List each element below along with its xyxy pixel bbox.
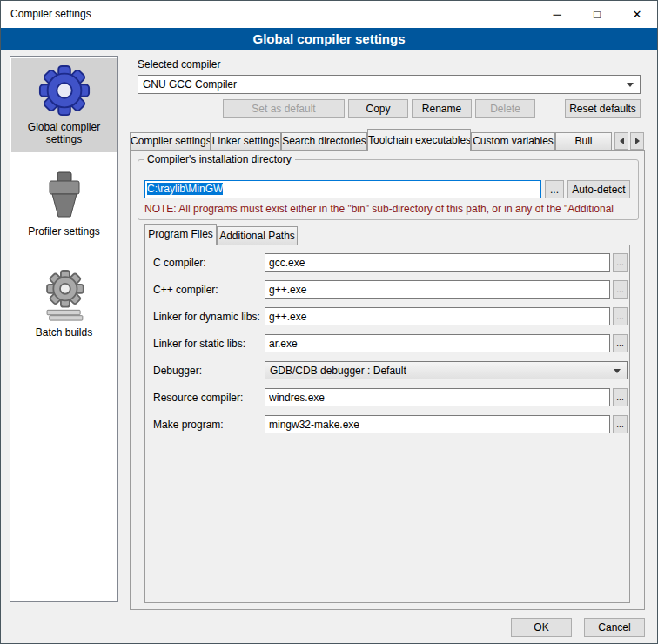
- cpp-compiler-input[interactable]: [265, 280, 610, 299]
- chevron-down-icon: [614, 369, 621, 373]
- cpp-compiler-label: C++ compiler:: [153, 284, 218, 296]
- dynamic-linker-label: Linker for dynamic libs:: [153, 311, 260, 323]
- profiler-tool-icon: [13, 170, 115, 222]
- arrow-right-icon: [635, 138, 640, 144]
- subtab-additional-paths[interactable]: Additional Paths: [217, 226, 298, 245]
- sidebar-item-global-compiler-settings[interactable]: Global compiler settings: [11, 58, 117, 152]
- dynamic-linker-input[interactable]: [265, 307, 610, 325]
- tab-search-directories[interactable]: Search directories: [281, 132, 367, 150]
- close-button[interactable]: ✕: [617, 1, 657, 28]
- selected-compiler-label: Selected compiler: [138, 58, 220, 70]
- selected-compiler-select[interactable]: GNU GCC Compiler: [138, 75, 641, 94]
- installation-directory-input[interactable]: C:\raylib\MinGW: [144, 180, 541, 198]
- installation-directory-value: C:\raylib\MinGW: [147, 183, 223, 195]
- reset-defaults-button[interactable]: Reset defaults: [565, 99, 641, 118]
- debugger-select[interactable]: GDB/CDB debugger : Default: [265, 361, 628, 379]
- subtab-program-files[interactable]: Program Files: [144, 224, 217, 245]
- c-compiler-input[interactable]: [265, 253, 610, 272]
- sidebar-item-profiler-settings[interactable]: Profiler settings: [11, 164, 117, 245]
- dynamic-linker-browse-button[interactable]: ...: [613, 307, 628, 325]
- debugger-value: GDB/CDB debugger : Default: [270, 365, 406, 377]
- tab-scroll-left-button[interactable]: [614, 132, 628, 150]
- tab-linker-settings[interactable]: Linker settings: [211, 132, 281, 150]
- copy-button[interactable]: Copy: [348, 99, 408, 118]
- settings-category-list: Global compiler settings Profiler settin…: [10, 56, 118, 602]
- gear-gray-icon: [13, 269, 115, 323]
- tab-toolchain-executables[interactable]: Toolchain executables: [367, 129, 471, 151]
- minimize-button[interactable]: ─: [537, 1, 577, 28]
- maximize-button[interactable]: □: [577, 1, 617, 28]
- static-linker-browse-button[interactable]: ...: [613, 334, 628, 352]
- set-as-default-button[interactable]: Set as default: [223, 99, 345, 118]
- resource-compiler-input[interactable]: [265, 388, 610, 406]
- resource-compiler-browse-button[interactable]: ...: [613, 388, 628, 406]
- rename-button[interactable]: Rename: [412, 99, 472, 118]
- ok-button[interactable]: OK: [511, 618, 572, 637]
- window-title: Compiler settings: [10, 8, 91, 20]
- make-program-browse-button[interactable]: ...: [613, 415, 628, 433]
- gear-blue-icon: [13, 64, 115, 117]
- compiler-settings-dialog: Compiler settings ─ □ ✕ Global compiler …: [0, 0, 658, 644]
- sidebar-item-label: Global compiler settings: [13, 121, 115, 145]
- arrow-left-icon: [620, 138, 624, 144]
- title-bar[interactable]: Compiler settings ─ □ ✕: [1, 1, 657, 28]
- static-linker-label: Linker for static libs:: [153, 338, 245, 350]
- note-text: NOTE: All programs must exist either in …: [144, 203, 632, 215]
- page-title: Global compiler settings: [1, 28, 657, 50]
- tab-custom-variables[interactable]: Custom variables: [471, 132, 555, 150]
- cpp-compiler-browse-button[interactable]: ...: [613, 280, 628, 299]
- sidebar-item-batch-builds[interactable]: Batch builds: [11, 264, 117, 345]
- sidebar-item-label: Batch builds: [13, 326, 115, 339]
- make-program-label: Make program:: [153, 419, 224, 431]
- sidebar-item-label: Profiler settings: [13, 225, 115, 238]
- tab-compiler-settings[interactable]: Compiler settings: [130, 132, 211, 150]
- chevron-down-icon: [627, 83, 634, 87]
- make-program-input[interactable]: [265, 415, 610, 433]
- selected-compiler-value: GNU GCC Compiler: [143, 78, 237, 91]
- cancel-button[interactable]: Cancel: [584, 618, 645, 637]
- installation-directory-group-title: Compiler's installation directory: [144, 153, 295, 165]
- delete-button[interactable]: Delete: [475, 99, 535, 118]
- c-compiler-label: C compiler:: [153, 257, 206, 269]
- static-linker-input[interactable]: [265, 334, 610, 352]
- resource-compiler-label: Resource compiler:: [153, 392, 243, 404]
- tab-scroll-right-button[interactable]: [630, 132, 644, 150]
- tab-build-options-clipped[interactable]: Buil: [555, 132, 612, 150]
- c-compiler-browse-button[interactable]: ...: [613, 253, 628, 272]
- debugger-label: Debugger:: [153, 365, 202, 377]
